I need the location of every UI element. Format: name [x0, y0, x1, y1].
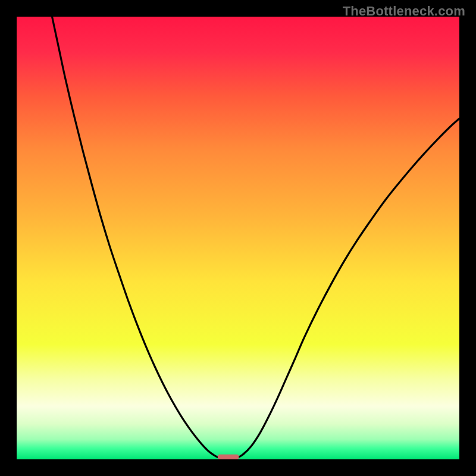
plot-area	[17, 17, 459, 459]
optimal-marker	[218, 455, 239, 459]
chart-frame: TheBottleneck.com	[0, 0, 476, 476]
gradient-background	[17, 17, 459, 459]
chart-svg	[17, 17, 459, 459]
